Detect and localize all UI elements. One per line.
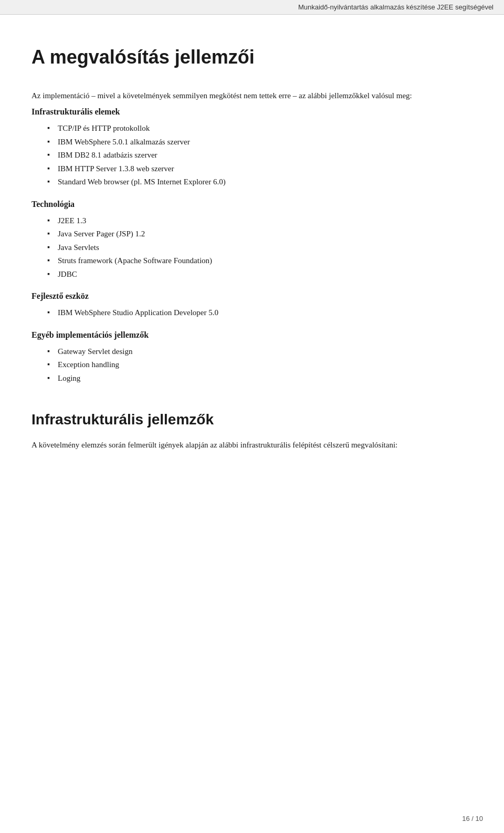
list-item: TCP/IP és HTTP protokollok (47, 122, 472, 136)
list-item: IBM HTTP Server 1.3.8 web szerver (47, 162, 472, 176)
page-content: A megvalósítás jellemzői Az implementáci… (0, 15, 504, 493)
list-item: Gateway Servlet design (47, 345, 472, 359)
dev-tool-section: Fejlesztő eszköz IBM WebSphere Studio Ap… (32, 291, 472, 320)
main-title: A megvalósítás jellemzői (32, 46, 472, 68)
list-item: Java Servlets (47, 241, 472, 255)
infra-section-title: Infrastrukturális jellemzők (32, 411, 472, 428)
list-item: Struts framework (Apache Software Founda… (47, 254, 472, 268)
list-item: Loging (47, 372, 472, 386)
list-item: JDBC (47, 268, 472, 282)
intro-text: Az implementáció – mivel a követelmények… (32, 89, 472, 102)
infra-section-text: A követelmény elemzés során felmerült ig… (32, 439, 472, 451)
footer-page-info: 16 / 10 (462, 815, 483, 822)
dev-tool-heading: Fejlesztő eszköz (32, 291, 472, 301)
other-features-section: Egyéb implementációs jellemzők Gateway S… (32, 330, 472, 386)
technology-section: Technológia J2EE 1.3 Java Server Pager (… (32, 200, 472, 282)
list-item: IBM WebSphere 5.0.1 alkalmazás szerver (47, 136, 472, 149)
list-item: Exception handling (47, 358, 472, 372)
dev-tool-list: IBM WebSphere Studio Application Develop… (32, 306, 472, 320)
list-item: J2EE 1.3 (47, 214, 472, 228)
technology-heading: Technológia (32, 200, 472, 209)
other-features-heading: Egyéb implementációs jellemzők (32, 330, 472, 340)
list-item: IBM WebSphere Studio Application Develop… (47, 306, 472, 320)
list-item: IBM DB2 8.1 adatbázis szerver (47, 149, 472, 162)
infra-elements-heading: Infrastrukturális elemek (32, 107, 472, 117)
list-item: Java Server Pager (JSP) 1.2 (47, 227, 472, 241)
other-features-list: Gateway Servlet design Exception handlin… (32, 345, 472, 386)
header-bar: Munkaidő-nyilvántartás alkalmazás készít… (0, 0, 504, 15)
technology-list: J2EE 1.3 Java Server Pager (JSP) 1.2 Jav… (32, 214, 472, 282)
infra-elements-section: Infrastrukturális elemek TCP/IP és HTTP … (32, 107, 472, 189)
infra-elements-list: TCP/IP és HTTP protokollok IBM WebSphere… (32, 122, 472, 189)
header-title: Munkaidő-nyilvántartás alkalmazás készít… (298, 3, 494, 11)
list-item: Standard Web browser (pl. MS Internet Ex… (47, 175, 472, 189)
